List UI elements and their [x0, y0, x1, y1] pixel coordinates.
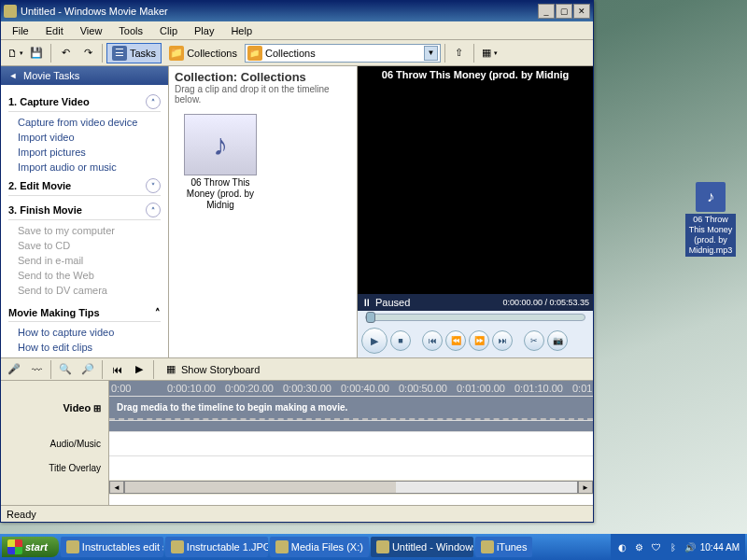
- clock[interactable]: 10:44 AM: [700, 542, 740, 553]
- audio-levels-button[interactable]: 〰: [26, 359, 47, 380]
- timeline-content[interactable]: 0:00 0:00:10.00 0:00:20.00 0:00:30.00 0:…: [109, 381, 593, 505]
- close-button[interactable]: ✕: [573, 4, 590, 19]
- up-folder-button[interactable]: ⇧: [449, 43, 470, 63]
- chevron-up-icon: ˄: [155, 307, 161, 319]
- window-title: Untitled - Windows Movie Maker: [21, 6, 534, 17]
- undo-button[interactable]: ↶: [55, 43, 76, 63]
- clip-item[interactable]: ♪ 06 Throw This Money (prod. by Midnig: [175, 112, 266, 213]
- capture-device-link[interactable]: Capture from video device: [8, 115, 161, 130]
- rewind-timeline-button[interactable]: ⏮: [106, 359, 127, 380]
- menu-view[interactable]: View: [73, 23, 110, 38]
- desktop-icon-label: 06 Throw This Money (prod. by Midnig.mp3: [685, 214, 736, 257]
- tasks-header: ◄ Movie Tasks: [1, 66, 168, 85]
- menu-clip[interactable]: Clip: [152, 23, 185, 38]
- taskbar-item[interactable]: Media Files (X:): [270, 537, 369, 557]
- capture-video-section[interactable]: 1. Capture Video ˄: [8, 91, 161, 112]
- tray-icon[interactable]: ⚙: [633, 540, 646, 553]
- taskbar-item[interactable]: iTunes: [475, 537, 533, 557]
- preview-video[interactable]: [358, 83, 593, 294]
- seek-slider[interactable]: [365, 314, 585, 321]
- import-audio-link[interactable]: Import audio or music: [8, 160, 161, 175]
- start-button[interactable]: start: [2, 537, 59, 557]
- folder-icon: 📁: [169, 46, 184, 61]
- prev-button[interactable]: ⏮: [422, 330, 443, 351]
- audio-track[interactable]: [109, 431, 593, 455]
- menu-edit[interactable]: Edit: [38, 23, 71, 38]
- zoom-in-icon: 🔍: [58, 362, 73, 377]
- menu-file[interactable]: File: [5, 23, 36, 38]
- title-track[interactable]: [109, 455, 593, 480]
- tasks-pane-toggle[interactable]: ☰ Tasks: [106, 43, 162, 63]
- toolbar: 🗋▾ 💾 ↶ ↷ ☰ Tasks 📁 Collections 📁 Collect…: [1, 40, 593, 66]
- scrollbar-thumb[interactable]: [125, 482, 396, 493]
- scroll-left-icon[interactable]: ◄: [109, 481, 124, 494]
- zoom-out-icon: 🔎: [80, 362, 95, 377]
- play-button[interactable]: ▶: [361, 328, 388, 354]
- views-button[interactable]: ▦▾: [478, 43, 499, 63]
- titlebar[interactable]: Untitled - Windows Movie Maker _ ▢ ✕: [1, 1, 593, 21]
- zoom-in-button[interactable]: 🔍: [55, 359, 76, 380]
- undo-icon: ↶: [58, 46, 73, 61]
- next-button[interactable]: ⏭: [492, 330, 513, 351]
- send-dv-link: Send to DV camera: [8, 283, 161, 298]
- collections-dropdown-value: Collections: [265, 48, 421, 59]
- maximize-button[interactable]: ▢: [556, 4, 572, 19]
- menu-play[interactable]: Play: [187, 23, 221, 38]
- forward-button[interactable]: ⏩: [469, 330, 489, 351]
- pause-icon: ⏸: [361, 297, 372, 308]
- desktop-file-icon[interactable]: ♪ 06 Throw This Money (prod. by Midnig.m…: [685, 182, 736, 257]
- edit-movie-section[interactable]: 2. Edit Movie ˅: [8, 175, 161, 196]
- rewind-button[interactable]: ⏪: [445, 330, 466, 351]
- play-timeline-button[interactable]: ▶: [129, 359, 149, 380]
- tip-edit-link[interactable]: How to edit clips: [8, 340, 161, 355]
- tip-capture-link[interactable]: How to capture video: [8, 325, 161, 340]
- system-tray[interactable]: ◐ ⚙ 🛡 ᛒ 🔊 10:44 AM: [611, 534, 745, 560]
- timeline-ruler[interactable]: 0:00 0:00:10.00 0:00:20.00 0:00:30.00 0:…: [109, 381, 593, 396]
- collections-dropdown[interactable]: 📁 Collections ▼: [245, 44, 441, 63]
- finish-movie-section[interactable]: 3. Finish Movie ˄: [8, 199, 161, 220]
- clip-caption: 06 Throw This Money (prod. by Midnig: [176, 177, 264, 211]
- show-storyboard-button[interactable]: ▦ Show Storyboard: [158, 359, 265, 380]
- menu-tools[interactable]: Tools: [111, 23, 150, 38]
- chevron-up-icon: ˄: [146, 94, 161, 109]
- chevron-up-icon: ˄: [146, 203, 161, 217]
- tray-icon[interactable]: ◐: [616, 540, 629, 553]
- back-icon[interactable]: ◄: [7, 69, 20, 82]
- zoom-out-button[interactable]: 🔎: [78, 359, 98, 380]
- taskbar-item[interactable]: Instructable 1.JPG - ...: [165, 537, 268, 557]
- app-icon: [171, 540, 184, 553]
- video-track[interactable]: Drag media to the timeline to begin maki…: [109, 396, 593, 420]
- scroll-right-icon[interactable]: ►: [578, 481, 593, 494]
- taskbar-item[interactable]: Instructables edit st...: [61, 537, 163, 557]
- grid-icon: ▦: [479, 46, 494, 61]
- save-computer-link: Save to my computer: [8, 223, 161, 238]
- up-icon: ⇧: [452, 46, 467, 61]
- stop-button[interactable]: ■: [390, 330, 411, 351]
- volume-icon[interactable]: 🔊: [684, 540, 697, 553]
- audio-track-label: Audio/Music: [1, 431, 108, 455]
- app-icon: [275, 540, 289, 553]
- music-note-icon: ♪: [184, 114, 257, 175]
- collections-pane-toggle[interactable]: 📁 Collections: [163, 43, 243, 63]
- save-button[interactable]: 💾: [26, 43, 47, 63]
- seek-knob[interactable]: [366, 312, 375, 323]
- snapshot-button[interactable]: 📷: [547, 330, 568, 351]
- transition-track[interactable]: [109, 420, 593, 431]
- taskbar-item-active[interactable]: Untitled - Windows ...: [371, 537, 473, 557]
- import-pictures-link[interactable]: Import pictures: [8, 145, 161, 160]
- tray-icon[interactable]: 🛡: [650, 540, 663, 553]
- app-icon: [481, 540, 494, 553]
- timeline-scrollbar[interactable]: ◄ ►: [109, 480, 593, 495]
- menu-help[interactable]: Help: [223, 23, 260, 38]
- tips-section[interactable]: Movie Making Tips ˄: [8, 298, 161, 322]
- bluetooth-icon[interactable]: ᛒ: [667, 540, 680, 553]
- import-video-link[interactable]: Import video: [8, 130, 161, 145]
- minimize-button[interactable]: _: [538, 4, 555, 19]
- split-button[interactable]: ✂: [524, 330, 544, 351]
- new-project-button[interactable]: 🗋▾: [4, 43, 24, 63]
- folder-icon: 📁: [247, 46, 262, 61]
- title-track-label: Title Overlay: [1, 455, 108, 480]
- redo-button[interactable]: ↷: [78, 43, 98, 63]
- menubar: File Edit View Tools Clip Play Help: [1, 21, 593, 40]
- narrate-button[interactable]: 🎤: [4, 359, 24, 380]
